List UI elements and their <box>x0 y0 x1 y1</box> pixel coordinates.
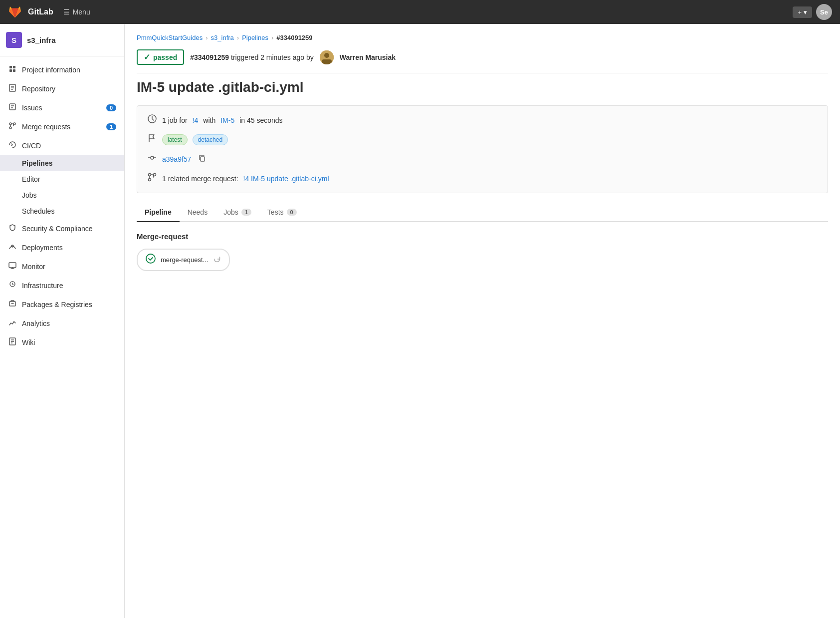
page-layout: S s3_infra Project information Repos <box>0 24 840 618</box>
user-avatar-small <box>320 50 334 64</box>
sidebar-link-issues[interactable]: Issues 0 <box>0 98 124 117</box>
copy-commit-button[interactable] <box>198 154 206 164</box>
monitor-icon <box>8 262 17 272</box>
svg-rect-0 <box>9 66 12 68</box>
svg-point-22 <box>324 53 329 58</box>
sidebar-label-security-compliance: Security & Compliance <box>22 225 93 233</box>
project-header[interactable]: S s3_infra <box>0 24 124 56</box>
sidebar-link-merge-requests[interactable]: Merge requests 1 <box>0 117 124 136</box>
sidebar-link-packages-registries[interactable]: Packages & Registries <box>0 295 124 314</box>
project-avatar: S <box>6 32 22 48</box>
repository-icon <box>8 84 17 94</box>
sidebar-sub-item-pipelines[interactable]: Pipelines <box>0 155 124 171</box>
job-with-text: with <box>203 116 215 124</box>
analytics-icon <box>8 318 17 328</box>
tab-pipeline-label: Pipeline <box>145 208 172 216</box>
sidebar-item-wiki[interactable]: Wiki <box>0 333 124 352</box>
sidebar-sub-item-editor[interactable]: Editor <box>0 171 124 187</box>
svg-rect-8 <box>9 104 15 110</box>
merge-request-text: 1 related merge request: <box>162 175 238 183</box>
pipeline-section-title: Merge-request <box>137 232 828 241</box>
tag-latest: latest <box>162 134 188 145</box>
pipeline-tabs: Pipeline Needs Jobs 1 Tests 0 <box>137 203 828 222</box>
sidebar-item-analytics[interactable]: Analytics <box>0 314 124 333</box>
pipeline-status-label: passed <box>153 53 177 61</box>
sidebar-item-packages-registries[interactable]: Packages & Registries <box>0 295 124 314</box>
sidebar-item-security-compliance[interactable]: Security & Compliance <box>0 219 124 238</box>
merge-requests-icon <box>8 122 17 132</box>
sidebar-sub-item-schedules[interactable]: Schedules <box>0 203 124 219</box>
commit-hash-link[interactable]: a39a9f57 <box>162 155 191 163</box>
svg-point-32 <box>146 254 155 263</box>
sidebar-label-cicd: CI/CD <box>22 142 41 150</box>
sidebar-label-infrastructure: Infrastructure <box>22 282 63 290</box>
sidebar-label-project-information: Project information <box>22 66 80 74</box>
pipeline-title: IM-5 update .gitlab-ci.yml <box>137 79 828 95</box>
sidebar-item-merge-requests[interactable]: Merge requests 1 <box>0 117 124 136</box>
pipeline-status-badge: ✓ passed <box>137 49 184 65</box>
sidebar-item-monitor[interactable]: Monitor <box>0 257 124 276</box>
sidebar-link-cicd[interactable]: CI/CD <box>0 136 124 155</box>
sidebar-label-issues: Issues <box>22 104 42 112</box>
svg-rect-2 <box>9 69 12 72</box>
breadcrumb-s3infra[interactable]: s3_infra <box>211 34 234 41</box>
svg-rect-23 <box>322 59 332 64</box>
sidebar-item-issues[interactable]: Issues 0 <box>0 98 124 117</box>
user-name: Warren Marusiak <box>340 53 396 61</box>
sidebar-item-repository[interactable]: Repository <box>0 79 124 98</box>
pipeline-job-node[interactable]: merge-request... <box>137 249 230 271</box>
pipeline-trigger-text: triggered 2 minutes ago by <box>231 53 314 61</box>
tab-tests[interactable]: Tests 0 <box>259 203 305 222</box>
sidebar-link-deployments[interactable]: Deployments <box>0 238 124 257</box>
commit-row: a39a9f57 <box>147 153 818 165</box>
job-success-icon <box>146 254 156 266</box>
svg-rect-15 <box>9 263 16 268</box>
job-ref-link[interactable]: !4 <box>193 116 199 124</box>
breadcrumb-pipelines[interactable]: Pipelines <box>242 34 268 41</box>
sidebar-item-infrastructure[interactable]: Infrastructure <box>0 276 124 295</box>
merge-request-row: 1 related merge request: !4 IM-5 update … <box>147 172 818 185</box>
job-duration-text: in 45 seconds <box>239 116 282 124</box>
refresh-icon[interactable] <box>213 255 221 265</box>
sidebar-sub-item-jobs[interactable]: Jobs <box>0 187 124 203</box>
sidebar-link-security-compliance[interactable]: Security & Compliance <box>0 219 124 238</box>
new-button[interactable]: + ▾ <box>793 6 812 18</box>
sidebar-label-deployments: Deployments <box>22 244 63 252</box>
tab-jobs-label: Jobs <box>223 208 238 216</box>
tag-detached: detached <box>193 134 228 145</box>
clock-icon <box>147 114 157 126</box>
app-title: GitLab <box>28 7 53 16</box>
svg-point-31 <box>154 174 156 176</box>
sidebar-link-repository[interactable]: Repository <box>0 79 124 98</box>
merge-requests-badge: 1 <box>106 123 116 130</box>
pipeline-job-name: merge-request... <box>161 256 208 264</box>
sidebar-item-project-information[interactable]: Project information <box>0 60 124 79</box>
sidebar-link-monitor[interactable]: Monitor <box>0 257 124 276</box>
tab-needs[interactable]: Needs <box>180 203 215 222</box>
tab-jobs[interactable]: Jobs 1 <box>215 203 259 222</box>
sidebar-label-analytics: Analytics <box>22 319 50 327</box>
tab-pipeline[interactable]: Pipeline <box>137 203 180 222</box>
pipeline-tab-content: Merge-request merge-request... <box>137 232 828 271</box>
merge-request-link[interactable]: !4 IM-5 update .gitlab-ci.yml <box>243 175 329 183</box>
sidebar-item-cicd[interactable]: CI/CD Pipelines Editor Jobs Schedules <box>0 136 124 219</box>
breadcrumb-pmm[interactable]: PmmQuickStartGuides <box>137 34 203 41</box>
menu-button[interactable]: ☰ Menu <box>63 8 90 16</box>
breadcrumb: PmmQuickStartGuides › s3_infra › Pipelin… <box>137 34 828 41</box>
main-content: PmmQuickStartGuides › s3_infra › Pipelin… <box>125 24 840 618</box>
tab-tests-label: Tests <box>267 208 284 216</box>
job-branch-link[interactable]: IM-5 <box>220 116 234 124</box>
sidebar-label-wiki: Wiki <box>22 338 35 346</box>
sidebar-link-infrastructure[interactable]: Infrastructure <box>0 276 124 295</box>
hamburger-icon: ☰ <box>63 8 70 16</box>
sidebar-link-analytics[interactable]: Analytics <box>0 314 124 333</box>
sidebar-item-deployments[interactable]: Deployments <box>0 238 124 257</box>
user-avatar[interactable]: Se <box>816 4 832 20</box>
tab-needs-label: Needs <box>188 208 208 216</box>
sidebar-nav: Project information Repository Issues <box>0 56 124 356</box>
sidebar-link-wiki[interactable]: Wiki <box>0 333 124 352</box>
svg-point-25 <box>151 156 154 159</box>
breadcrumb-sep-3: › <box>271 34 273 41</box>
packages-registries-icon <box>8 300 17 309</box>
sidebar-link-project-information[interactable]: Project information <box>0 60 124 79</box>
